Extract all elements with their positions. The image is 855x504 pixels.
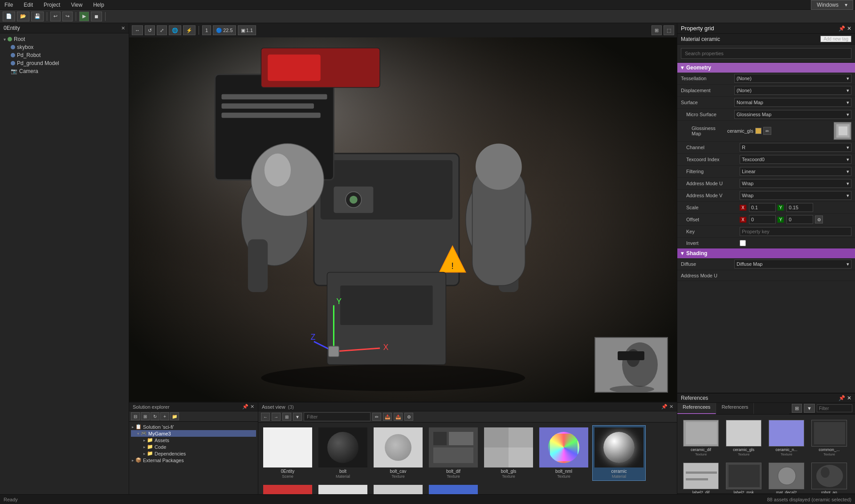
viewport[interactable]: ↔ ↺ ⤢ 🌐 ⚡ 1 🔵 22.5 ▣ 1.1 ⊞ ⬚ xyxy=(129,23,677,402)
asset-item-bolt-cav[interactable]: bolt_cav Texture xyxy=(371,425,425,481)
vp-rotate-btn[interactable]: ↺ xyxy=(145,25,155,35)
scale-y-input[interactable] xyxy=(786,203,813,212)
asset-item-bolt-dif[interactable]: bolt_dif Texture xyxy=(427,425,480,481)
ref-item-label2-dif[interactable]: label2_dif Texture xyxy=(681,461,721,493)
pg-search-input[interactable] xyxy=(681,48,851,59)
ref-item-robot-ao[interactable]: robot_ao Texture xyxy=(809,461,849,493)
ref-pin-icon[interactable]: 📌 xyxy=(839,395,845,401)
pg-dropdown-diffuse[interactable]: Diffuse Map ▾ xyxy=(734,260,851,268)
menu-help[interactable]: Help xyxy=(90,1,107,9)
key-input[interactable] xyxy=(740,227,851,236)
asset-item-bolt-nml[interactable]: bolt_nml Texture xyxy=(537,425,590,481)
asset-item-ceramic[interactable]: ceramic Material xyxy=(592,425,646,481)
sol-refresh-btn[interactable]: ↻ xyxy=(151,412,159,420)
offset-y-input[interactable] xyxy=(786,215,813,224)
vp-move-btn[interactable]: ↔ xyxy=(132,25,143,35)
sol-item-deps[interactable]: ▸ 📁 Dependencies xyxy=(131,450,256,457)
open-btn[interactable]: 📂 xyxy=(17,12,29,21)
windows-selector[interactable]: Windows ▾ xyxy=(811,0,853,10)
pg-pin-icon[interactable]: 📌 xyxy=(839,25,845,32)
asset-view-toggle[interactable]: ⊞ xyxy=(282,413,291,421)
redo-btn[interactable]: ↪ xyxy=(62,12,73,21)
pg-scroll[interactable]: ▾ Geometry Tessellation (None) ▾ xyxy=(677,63,855,393)
vp-scale-val-btn[interactable]: ▣ 1.1 xyxy=(238,25,256,35)
pg-close-icon[interactable]: ✕ xyxy=(847,25,851,32)
ref-close-icon[interactable]: ✕ xyxy=(847,395,851,401)
vp-grid-btn[interactable]: ⊞ xyxy=(651,25,662,35)
pg-shading-header[interactable]: ▾ Shading xyxy=(677,248,855,258)
pg-geometry-header[interactable]: ▾ Geometry xyxy=(677,63,855,73)
offset-x-input[interactable] xyxy=(749,215,776,224)
menu-edit[interactable]: Edit xyxy=(21,1,36,9)
asset-item-bolt-gls[interactable]: bolt_gls Texture xyxy=(482,425,535,481)
pg-dropdown-tessellation[interactable]: (None) ▾ xyxy=(734,74,851,83)
pg-dropdown-filtering[interactable]: Linear ▾ xyxy=(740,167,851,176)
menu-view[interactable]: View xyxy=(68,1,85,9)
sol-item-external[interactable]: ▸ 📦 External Packages xyxy=(131,457,256,463)
ref-item-ceramic-n[interactable]: ceramic_n... Texture xyxy=(766,418,806,458)
tree-item-robot[interactable]: Pd_Robot xyxy=(2,51,127,59)
pg-dropdown-texcoord[interactable]: Texcoord0 ▾ xyxy=(740,155,851,164)
asset-item-more2[interactable]: ceramic_gls Texture xyxy=(316,483,370,494)
asset-nav-back[interactable]: ← xyxy=(261,413,270,421)
tree-item-skybox[interactable]: skybox xyxy=(2,43,127,51)
sol-item-mygame3[interactable]: ▾ 🎮 MyGame3 xyxy=(131,430,256,437)
scale-x-input[interactable] xyxy=(749,203,776,212)
asset-import-btn[interactable]: 📥 xyxy=(383,413,392,421)
solution-close-icon[interactable]: ✕ xyxy=(250,404,254,410)
vp-scale-btn[interactable]: ⤢ xyxy=(157,25,167,35)
invert-checkbox[interactable] xyxy=(740,240,746,246)
ref-item-mat-decal2[interactable]: mat_decal2 Material xyxy=(766,461,806,493)
sol-folder-btn[interactable]: 📁 xyxy=(170,412,179,420)
vp-fov-btn[interactable]: 🔵 22.5 xyxy=(213,25,236,35)
undo-btn[interactable]: ↩ xyxy=(50,12,61,21)
asset-export-btn[interactable]: 📤 xyxy=(394,413,403,421)
sol-new-btn[interactable]: + xyxy=(160,412,169,420)
offset-settings-btn[interactable]: ⚙ xyxy=(815,215,823,224)
sol-item-assets[interactable]: ▸ 📁 Assets xyxy=(131,437,256,443)
tab-referencers[interactable]: Referencers xyxy=(716,403,754,414)
new-btn[interactable]: 📄 xyxy=(3,12,15,21)
asset-item-more1[interactable]: ceramic_dif Texture xyxy=(261,483,314,494)
tree-item-ground[interactable]: Pd_ground Model xyxy=(2,59,127,67)
asset-search-input[interactable] xyxy=(304,412,370,421)
entity-close-icon[interactable]: ✕ xyxy=(121,25,125,31)
tab-referencees[interactable]: Referencees xyxy=(677,403,716,414)
pg-dropdown-surface[interactable]: Normal Map ▾ xyxy=(734,98,851,107)
asset-pin-icon[interactable]: 📌 xyxy=(661,404,668,410)
stop-btn[interactable]: ⏹ xyxy=(91,12,102,21)
save-btn[interactable]: 💾 xyxy=(31,12,44,21)
color-swatch-orange[interactable] xyxy=(755,128,761,134)
tree-item-camera[interactable]: 📷 Camera xyxy=(2,67,127,75)
pg-dropdown-displacement[interactable]: (None) ▾ xyxy=(734,86,851,95)
pg-dropdown-micro-surface[interactable]: Glossiness Map ▾ xyxy=(734,110,851,119)
asset-settings-btn[interactable]: ⚙ xyxy=(404,413,413,421)
ref-grid-view-btn[interactable]: ⊞ xyxy=(792,404,802,413)
ref-filter-btn[interactable]: ▼ xyxy=(804,404,815,413)
play-btn[interactable]: ▶ xyxy=(79,12,89,21)
asset-close-icon[interactable]: ✕ xyxy=(669,404,673,410)
asset-item-bolt[interactable]: bolt Material xyxy=(316,425,370,481)
pg-dropdown-channel[interactable]: R ▾ xyxy=(740,143,851,152)
add-tag-btn[interactable]: Add new tag xyxy=(820,36,851,42)
asset-item-more3[interactable]: ceramic_n Texture xyxy=(371,483,425,494)
asset-filter-btn[interactable]: ▼ xyxy=(293,413,302,421)
pg-dropdown-addr-v[interactable]: Wrap ▾ xyxy=(740,191,851,200)
vp-snap-btn[interactable]: ⚡ xyxy=(183,25,195,35)
texture-edit-btn[interactable]: ✏ xyxy=(763,127,771,135)
ref-item-ceramic-dif[interactable]: ceramic_dif Texture xyxy=(681,418,721,458)
ref-filter-input[interactable] xyxy=(817,404,852,412)
solution-pin-icon[interactable]: 📌 xyxy=(242,404,248,410)
vp-global-btn[interactable]: 🌐 xyxy=(169,25,181,35)
vp-shade-btn[interactable]: ⬚ xyxy=(664,25,674,35)
vp-count-btn[interactable]: 1 xyxy=(202,25,211,35)
ref-item-label2-msk[interactable]: label2_msk Texture xyxy=(724,461,764,493)
sol-collapse-btn[interactable]: ⊟ xyxy=(131,412,140,420)
sol-item-code[interactable]: ▸ 📁 Code xyxy=(131,443,256,450)
ref-item-ceramic-gls[interactable]: ceramic_gls Texture xyxy=(724,418,764,458)
asset-item-more4[interactable]: common Texture xyxy=(427,483,480,494)
asset-nav-fwd[interactable]: → xyxy=(272,413,281,421)
sol-expand-btn[interactable]: ⊞ xyxy=(141,412,150,420)
sol-item-solution[interactable]: ▸ 📋 Solution 'sci-fi' xyxy=(131,423,256,430)
asset-item-entity[interactable]: 0Entity Scene xyxy=(261,425,314,481)
